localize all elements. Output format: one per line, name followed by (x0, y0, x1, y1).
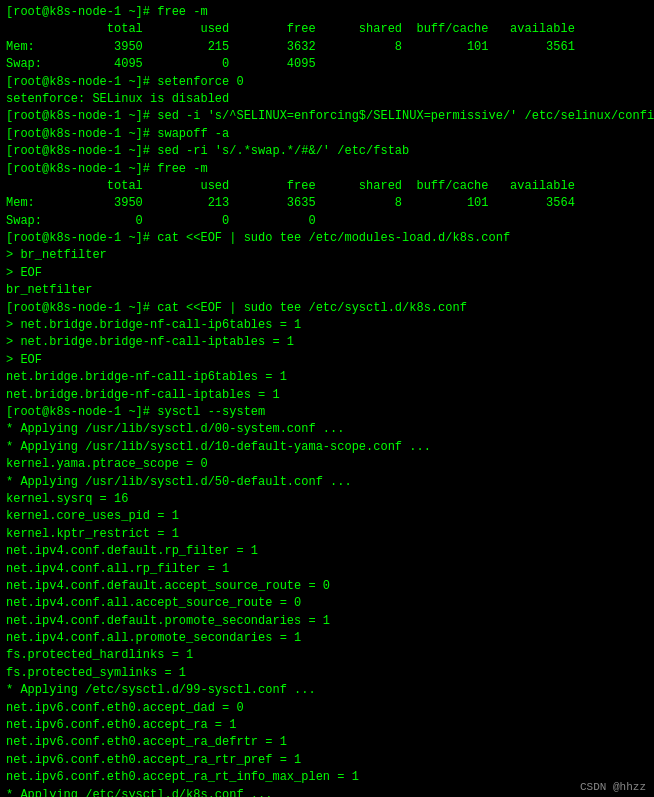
terminal-line-7: [root@k8s-node-1 ~]# sed -i 's/^SELINUX=… (6, 108, 648, 125)
terminal-line-36: net.ipv4.conf.default.promote_secondarie… (6, 613, 648, 630)
terminal-line-28: * Applying /usr/lib/sysctl.d/50-default.… (6, 474, 648, 491)
terminal-line-42: net.ipv6.conf.eth0.accept_ra = 1 (6, 717, 648, 734)
terminal-line-8: [root@k8s-node-1 ~]# swapoff -a (6, 126, 648, 143)
terminal-line-30: kernel.core_uses_pid = 1 (6, 508, 648, 525)
terminal-line-34: net.ipv4.conf.default.accept_source_rout… (6, 578, 648, 595)
terminal-line-35: net.ipv4.conf.all.accept_source_route = … (6, 595, 648, 612)
terminal-line-1: [root@k8s-node-1 ~]# free -m (6, 4, 648, 21)
terminal-content: [root@k8s-node-1 ~]# free -m total used … (6, 4, 648, 797)
terminal-window[interactable]: [root@k8s-node-1 ~]# free -m total used … (0, 0, 654, 797)
terminal-line-18: [root@k8s-node-1 ~]# cat <<EOF | sudo te… (6, 300, 648, 317)
terminal-line-22: net.bridge.bridge-nf-call-ip6tables = 1 (6, 369, 648, 386)
terminal-line-21: > EOF (6, 352, 648, 369)
terminal-line-25: * Applying /usr/lib/sysctl.d/00-system.c… (6, 421, 648, 438)
terminal-line-46: * Applying /etc/sysctl.d/k8s.conf ... (6, 787, 648, 797)
terminal-line-10: [root@k8s-node-1 ~]# free -m (6, 161, 648, 178)
terminal-line-16: > EOF (6, 265, 648, 282)
terminal-line-20: > net.bridge.bridge-nf-call-iptables = 1 (6, 334, 648, 351)
terminal-line-12: Mem: 3950 213 3635 8 101 3564 (6, 195, 648, 212)
terminal-line-38: fs.protected_hardlinks = 1 (6, 647, 648, 664)
watermark-text: CSDN @hhzz (580, 781, 646, 793)
terminal-line-45: net.ipv6.conf.eth0.accept_ra_rt_info_max… (6, 769, 648, 786)
terminal-line-31: kernel.kptr_restrict = 1 (6, 526, 648, 543)
terminal-line-9: [root@k8s-node-1 ~]# sed -ri 's/.*swap.*… (6, 143, 648, 160)
terminal-line-5: [root@k8s-node-1 ~]# setenforce 0 (6, 74, 648, 91)
terminal-line-37: net.ipv4.conf.all.promote_secondaries = … (6, 630, 648, 647)
terminal-line-23: net.bridge.bridge-nf-call-iptables = 1 (6, 387, 648, 404)
terminal-line-27: kernel.yama.ptrace_scope = 0 (6, 456, 648, 473)
terminal-line-24: [root@k8s-node-1 ~]# sysctl --system (6, 404, 648, 421)
terminal-line-15: > br_netfilter (6, 247, 648, 264)
terminal-line-17: br_netfilter (6, 282, 648, 299)
terminal-line-14: [root@k8s-node-1 ~]# cat <<EOF | sudo te… (6, 230, 648, 247)
terminal-line-32: net.ipv4.conf.default.rp_filter = 1 (6, 543, 648, 560)
terminal-line-40: * Applying /etc/sysctl.d/99-sysctl.conf … (6, 682, 648, 699)
terminal-line-2: total used free shared buff/cache availa… (6, 21, 648, 38)
terminal-line-39: fs.protected_symlinks = 1 (6, 665, 648, 682)
terminal-line-13: Swap: 0 0 0 (6, 213, 648, 230)
terminal-line-11: total used free shared buff/cache availa… (6, 178, 648, 195)
terminal-line-33: net.ipv4.conf.all.rp_filter = 1 (6, 561, 648, 578)
terminal-line-19: > net.bridge.bridge-nf-call-ip6tables = … (6, 317, 648, 334)
terminal-line-3: Mem: 3950 215 3632 8 101 3561 (6, 39, 648, 56)
terminal-line-26: * Applying /usr/lib/sysctl.d/10-default-… (6, 439, 648, 456)
terminal-line-29: kernel.sysrq = 16 (6, 491, 648, 508)
terminal-line-41: net.ipv6.conf.eth0.accept_dad = 0 (6, 700, 648, 717)
terminal-line-44: net.ipv6.conf.eth0.accept_ra_rtr_pref = … (6, 752, 648, 769)
terminal-line-4: Swap: 4095 0 4095 (6, 56, 648, 73)
terminal-line-6: setenforce: SELinux is disabled (6, 91, 648, 108)
terminal-line-43: net.ipv6.conf.eth0.accept_ra_defrtr = 1 (6, 734, 648, 751)
